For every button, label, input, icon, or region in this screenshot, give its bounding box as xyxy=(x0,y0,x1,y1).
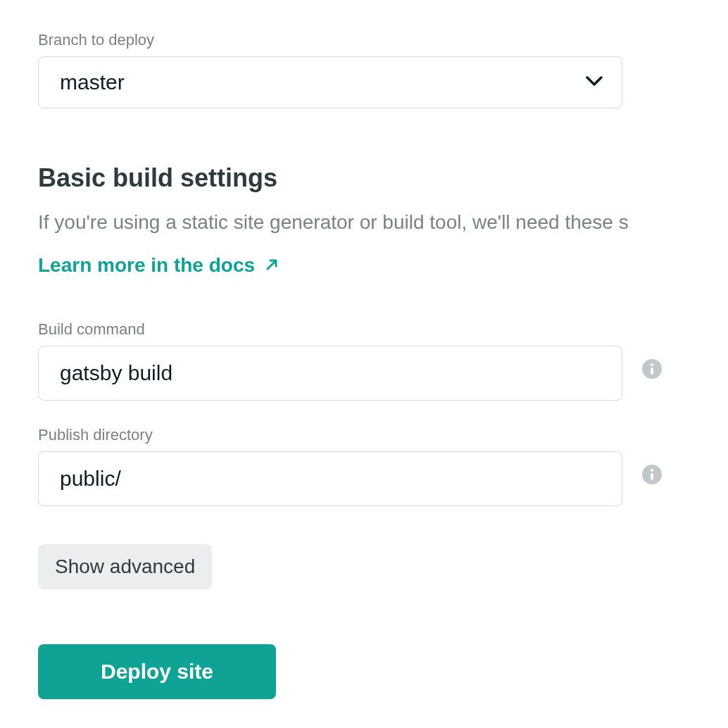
branch-select[interactable]: master xyxy=(38,56,622,108)
build-command-input[interactable] xyxy=(38,346,622,401)
svg-point-1 xyxy=(651,363,653,366)
build-command-label: Build command xyxy=(38,320,622,339)
learn-more-text: Learn more in the docs xyxy=(38,254,255,277)
section-heading: Basic build settings xyxy=(38,163,728,193)
info-icon[interactable] xyxy=(642,465,662,487)
learn-more-link[interactable]: Learn more in the docs xyxy=(38,254,279,277)
publish-dir-label: Publish directory xyxy=(38,426,622,444)
svg-rect-5 xyxy=(651,473,653,480)
external-link-icon xyxy=(265,254,279,277)
branch-label: Branch to deploy xyxy=(38,31,728,49)
show-advanced-button[interactable]: Show advanced xyxy=(38,544,212,589)
svg-rect-2 xyxy=(651,368,653,375)
section-description: If you're using a static site generator … xyxy=(38,208,728,236)
branch-select-value[interactable]: master xyxy=(38,56,622,108)
svg-point-4 xyxy=(651,469,653,472)
publish-dir-input[interactable] xyxy=(38,451,622,506)
info-icon[interactable] xyxy=(642,359,662,382)
deploy-site-button[interactable]: Deploy site xyxy=(38,644,276,699)
